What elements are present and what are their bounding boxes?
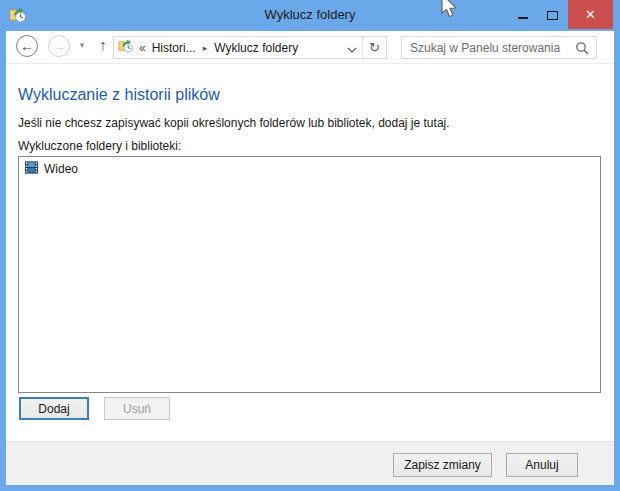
add-button[interactable]: Dodaj <box>19 397 89 420</box>
list-item-label: Wideo <box>44 162 78 176</box>
cancel-button[interactable]: Anuluj <box>506 453 578 477</box>
address-bar[interactable]: « Histori... ▸ Wyklucz foldery ↻ <box>113 36 387 59</box>
excluded-list-label: Wykluczone foldery i biblioteki: <box>18 139 181 153</box>
navigation-bar: ← → ▾ ↑ « Histori... ▸ Wyklucz foldery ↻ <box>6 31 614 64</box>
chevron-down-icon: ▾ <box>80 40 85 50</box>
address-dropdown-button[interactable] <box>342 39 362 57</box>
mouse-cursor <box>438 0 458 24</box>
file-history-small-icon <box>118 38 134 58</box>
forward-icon: → <box>52 39 66 53</box>
remove-button[interactable]: Usuń <box>104 397 170 420</box>
search-icon[interactable] <box>575 41 589 59</box>
video-library-icon <box>24 160 39 178</box>
refresh-button[interactable]: ↻ <box>362 37 386 58</box>
breadcrumb-parent[interactable]: Histori... <box>148 41 200 55</box>
breadcrumb-overflow[interactable]: « <box>134 41 148 55</box>
main-content: Wykluczanie z historii plików Jeśli nie … <box>6 64 614 441</box>
save-changes-button[interactable]: Zapisz zmiany <box>393 453 492 477</box>
page-description: Jeśli nie chcesz zapisywać kopii określo… <box>18 116 450 130</box>
up-button[interactable]: ↑ <box>94 36 112 56</box>
breadcrumb-separator-icon[interactable]: ▸ <box>200 43 211 53</box>
maximize-icon <box>547 11 558 20</box>
title-bar: Wyklucz foldery ✕ <box>0 0 620 31</box>
search-box <box>401 36 597 59</box>
control-panel-window: Wyklucz foldery ✕ ← → ▾ ↑ « Histo <box>0 0 620 491</box>
address-chevron-icon <box>347 47 357 53</box>
minimize-button[interactable] <box>509 0 537 29</box>
search-input[interactable] <box>402 37 572 58</box>
back-button[interactable]: ← <box>16 35 38 57</box>
maximize-button[interactable] <box>537 0 567 29</box>
refresh-icon: ↻ <box>369 40 380 55</box>
up-arrow-icon: ↑ <box>99 36 107 53</box>
excluded-folders-list[interactable]: Wideo <box>18 156 601 393</box>
page-title: Wykluczanie z historii plików <box>18 86 220 104</box>
minimize-icon <box>518 17 528 19</box>
list-item[interactable]: Wideo <box>19 157 600 180</box>
footer-bar: Zapisz zmiany Anuluj <box>6 441 614 485</box>
back-icon: ← <box>20 39 34 53</box>
close-button[interactable]: ✕ <box>568 0 613 29</box>
breadcrumb-current[interactable]: Wyklucz foldery <box>210 41 302 55</box>
close-icon: ✕ <box>585 7 596 22</box>
recent-pages-dropdown[interactable]: ▾ <box>76 40 88 50</box>
forward-button[interactable]: → <box>48 35 70 57</box>
